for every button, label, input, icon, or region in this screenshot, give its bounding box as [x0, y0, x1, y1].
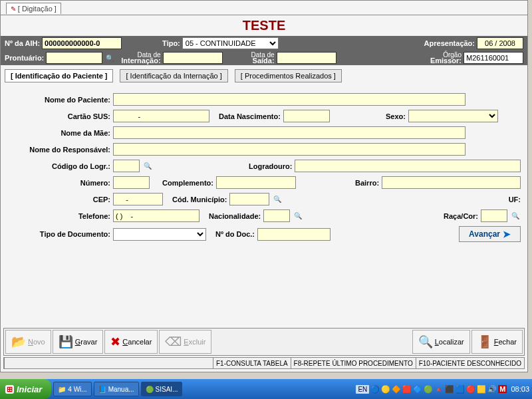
tray-icon[interactable]: 🟥	[402, 385, 412, 394]
task-item[interactable]: 📘Manua...	[94, 382, 139, 396]
tray-icon[interactable]: M	[498, 385, 507, 393]
orgao-label2: Emissor:	[430, 58, 462, 64]
raca-field[interactable]	[481, 209, 507, 222]
logradouro-field[interactable]	[295, 160, 521, 172]
cod-mun-label: Cód. Município:	[172, 196, 227, 203]
gravar-button[interactable]: 💾 Gravar	[53, 330, 104, 354]
n-doc-label: Nº do Doc.:	[215, 230, 255, 238]
cod-mun-field[interactable]	[229, 193, 269, 205]
cod-logr-field[interactable]	[113, 160, 140, 172]
data-intern-field[interactable]	[163, 52, 223, 64]
status-f10: F10-PACIENTE DESCONHECIDO	[416, 358, 524, 368]
localizar-button[interactable]: 🔍 Localizar	[412, 330, 470, 354]
tray-icon[interactable]: 🔷	[413, 385, 422, 394]
numero-label: Número:	[7, 179, 110, 187]
tab-identificacao-paciente[interactable]: [ Identificação do Paciente ]	[5, 69, 113, 82]
numero-field[interactable]	[113, 176, 150, 189]
tray-icon[interactable]: ⬛	[445, 385, 454, 394]
binoculars-icon[interactable]: 🔍	[142, 162, 153, 170]
task-item[interactable]: 🟢SISAI...	[141, 382, 183, 396]
tray-icon[interactable]: 🔊	[487, 385, 497, 394]
status-f8: F8-REPETE ÚLTIMO PROCEDIMENTO	[291, 358, 416, 368]
tipo-label: Tipo:	[162, 39, 180, 47]
aih-field[interactable]	[42, 37, 122, 49]
start-button[interactable]: Iniciar	[0, 379, 51, 399]
window-tab[interactable]: [ Digitação ]	[6, 3, 61, 14]
complemento-field[interactable]	[216, 176, 296, 189]
tab-identificacao-internacao[interactable]: [ Identificação da Internação ]	[120, 69, 227, 82]
nome-paciente-field[interactable]	[113, 93, 466, 106]
nome-mae-field[interactable]	[113, 126, 466, 139]
aih-label: Nº da AIH:	[5, 39, 40, 47]
orgao-field[interactable]	[464, 52, 523, 64]
language-indicator[interactable]: EN	[356, 385, 369, 394]
cep-field[interactable]	[113, 193, 163, 205]
app-icon: 🟢	[146, 386, 154, 393]
word-icon: 📘	[98, 386, 106, 393]
door-icon: 🚪	[477, 334, 492, 349]
tray-icon[interactable]: 🔴	[466, 385, 475, 394]
nome-resp-field[interactable]	[113, 143, 466, 156]
avancar-button[interactable]: Avançar ➤	[459, 226, 521, 242]
nacionalidade-label: Nacionalidade:	[209, 212, 261, 220]
excluir-button[interactable]: ⌫ Excluir	[159, 330, 211, 354]
cep-label: CEP:	[7, 196, 110, 203]
cancelar-button[interactable]: ✖ Cancelar	[104, 330, 158, 354]
binoculars-icon[interactable]: 🔍	[104, 55, 115, 62]
apresentacao-field[interactable]	[477, 37, 523, 49]
tray-icon[interactable]: 🔺	[434, 385, 444, 394]
tray-icon[interactable]: 🟦	[456, 385, 465, 394]
page-title: TESTE	[1, 15, 527, 36]
status-f1: F1-CONSULTA TABELA	[213, 358, 291, 368]
tipo-doc-select[interactable]	[113, 228, 206, 241]
tray-icon[interactable]: 🟢	[424, 385, 433, 394]
data-intern-label2: Internação:	[121, 58, 160, 64]
apresentacao-label: Apresentação:	[424, 39, 475, 47]
bairro-label: Bairro:	[355, 179, 379, 187]
tray-icon[interactable]: 🔶	[392, 385, 401, 394]
binoculars-icon[interactable]: 🔍	[272, 196, 283, 203]
tray-icon[interactable]: 🔵	[370, 385, 380, 394]
telefone-field[interactable]	[113, 209, 200, 222]
nacionalidade-field[interactable]	[263, 209, 290, 222]
complemento-label: Complemento:	[162, 179, 213, 187]
binoculars-icon[interactable]: 🔍	[293, 212, 303, 219]
raca-label: Raça/Cor:	[444, 212, 478, 220]
arrow-right-icon: ➤	[503, 229, 511, 239]
cartao-sus-label: Cartão SUS:	[7, 112, 110, 120]
data-nasc-label: Data Nascimento:	[219, 112, 281, 120]
nome-resp-label: Nome do Responsável:	[7, 146, 110, 154]
logradouro-label: Logradouro:	[249, 162, 292, 170]
tray-icon[interactable]: 🟨	[477, 385, 486, 394]
data-saida-label2: Saída:	[251, 58, 275, 64]
sexo-select[interactable]	[408, 110, 498, 122]
n-doc-field[interactable]	[257, 228, 331, 241]
folder-open-icon: 📂	[11, 334, 26, 349]
tray-icon[interactable]: 🟡	[381, 385, 390, 394]
binoculars-icon[interactable]: 🔍	[510, 212, 521, 219]
cartao-sus-field[interactable]	[113, 110, 209, 122]
fechar-button[interactable]: 🚪 Fechar	[471, 330, 523, 354]
nome-mae-label: Nome da Mãe:	[7, 129, 110, 137]
save-icon: 💾	[59, 334, 73, 349]
tipo-select[interactable]: 05 - CONTINUIDADE	[182, 37, 279, 49]
clock: 08:03	[511, 385, 529, 393]
bairro-field[interactable]	[382, 176, 521, 189]
taskbar: Iniciar 📁4 Wi... 📘Manua... 🟢SISAI... EN …	[0, 379, 532, 399]
cod-logr-label: Código do Logr.:	[7, 162, 110, 170]
task-item[interactable]: 📁4 Wi...	[53, 382, 91, 396]
folder-icon: 📁	[58, 386, 66, 393]
prontuario-label: Prontuário:	[5, 54, 44, 62]
nome-paciente-label: Nome do Paciente:	[7, 96, 110, 104]
tab-procedimentos[interactable]: [ Procedimentos Realizados ]	[235, 69, 342, 82]
sexo-label: Sexo:	[386, 112, 406, 120]
data-nasc-field[interactable]	[283, 110, 330, 122]
novo-button[interactable]: 📂 NNovoovo	[5, 330, 51, 354]
uf-label: UF:	[509, 196, 521, 203]
telefone-label: Telefone:	[7, 212, 110, 220]
prontuario-field[interactable]	[46, 52, 102, 64]
tipo-doc-label: Tipo de Documento:	[7, 230, 110, 238]
search-icon: 🔍	[418, 334, 433, 349]
delete-icon: ⌫	[165, 334, 182, 349]
data-saida-field[interactable]	[277, 52, 336, 64]
